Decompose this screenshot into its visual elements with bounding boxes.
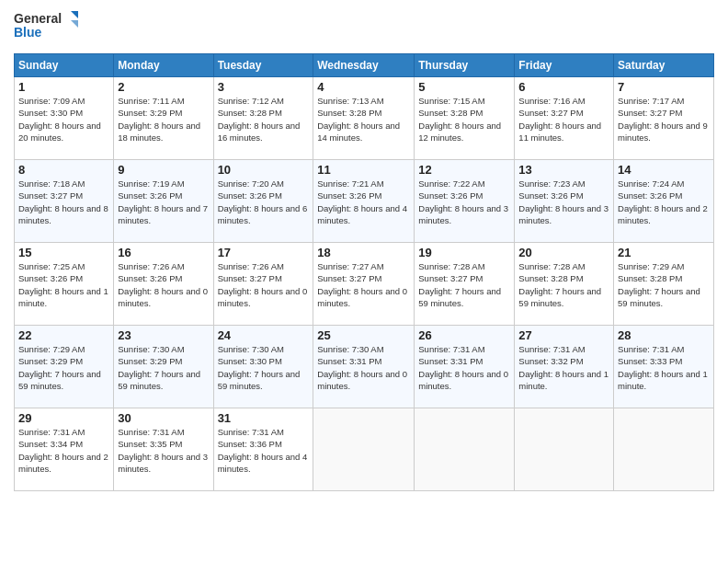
day-info: Sunrise: 7:23 AM Sunset: 3:26 PM Dayligh… (518, 178, 609, 226)
calendar-cell: 2 Sunrise: 7:11 AM Sunset: 3:29 PM Dayli… (114, 77, 213, 160)
weekday-header-friday: Friday (515, 54, 614, 77)
calendar-cell: 28 Sunrise: 7:31 AM Sunset: 3:33 PM Dayl… (614, 326, 714, 408)
day-info: Sunrise: 7:17 AM Sunset: 3:27 PM Dayligh… (618, 95, 710, 144)
day-number: 1 (18, 80, 109, 94)
day-number: 23 (118, 328, 209, 342)
calendar-cell: 19 Sunrise: 7:28 AM Sunset: 3:27 PM Dayl… (415, 243, 515, 326)
calendar-cell: 4 Sunrise: 7:13 AM Sunset: 3:28 PM Dayli… (313, 77, 415, 160)
calendar-cell: 23 Sunrise: 7:30 AM Sunset: 3:29 PM Dayl… (114, 326, 213, 408)
day-number: 10 (218, 163, 310, 177)
calendar-cell: 25 Sunrise: 7:30 AM Sunset: 3:31 PM Dayl… (313, 326, 415, 408)
day-info: Sunrise: 7:31 AM Sunset: 3:36 PM Dayligh… (218, 426, 310, 475)
calendar-table: SundayMondayTuesdayWednesdayThursdayFrid… (14, 53, 714, 491)
logo: General Blue (14, 9, 78, 46)
day-info: Sunrise: 7:28 AM Sunset: 3:28 PM Dayligh… (518, 260, 609, 309)
calendar-cell: 18 Sunrise: 7:27 AM Sunset: 3:27 PM Dayl… (313, 243, 415, 326)
day-number: 7 (618, 80, 710, 94)
day-number: 20 (518, 246, 609, 259)
calendar-cell (313, 408, 415, 491)
day-number: 5 (418, 80, 510, 94)
day-number: 11 (317, 163, 410, 177)
day-info: Sunrise: 7:12 AM Sunset: 3:28 PM Dayligh… (218, 95, 310, 144)
calendar-cell: 24 Sunrise: 7:30 AM Sunset: 3:30 PM Dayl… (213, 326, 313, 408)
calendar-cell: 8 Sunrise: 7:18 AM Sunset: 3:27 PM Dayli… (15, 160, 114, 243)
calendar-header: SundayMondayTuesdayWednesdayThursdayFrid… (15, 54, 714, 77)
calendar-cell: 13 Sunrise: 7:23 AM Sunset: 3:26 PM Dayl… (515, 160, 614, 243)
day-info: Sunrise: 7:22 AM Sunset: 3:26 PM Dayligh… (418, 178, 510, 226)
day-info: Sunrise: 7:31 AM Sunset: 3:32 PM Dayligh… (518, 343, 609, 392)
day-number: 25 (317, 328, 410, 342)
day-number: 30 (118, 411, 209, 425)
day-number: 24 (218, 328, 310, 342)
calendar-cell (515, 408, 614, 491)
day-number: 29 (18, 411, 109, 425)
svg-text:Blue: Blue (14, 25, 42, 40)
calendar-week-4: 22 Sunrise: 7:29 AM Sunset: 3:29 PM Dayl… (15, 326, 714, 408)
day-number: 9 (118, 163, 209, 177)
day-info: Sunrise: 7:26 AM Sunset: 3:27 PM Dayligh… (218, 260, 310, 309)
day-number: 19 (418, 246, 510, 259)
day-info: Sunrise: 7:30 AM Sunset: 3:29 PM Dayligh… (118, 343, 209, 392)
day-number: 26 (418, 328, 510, 342)
day-info: Sunrise: 7:15 AM Sunset: 3:28 PM Dayligh… (418, 95, 510, 144)
calendar-cell: 7 Sunrise: 7:17 AM Sunset: 3:27 PM Dayli… (614, 77, 714, 160)
day-number: 8 (18, 163, 109, 177)
day-number: 13 (518, 163, 609, 177)
calendar-cell: 1 Sunrise: 7:09 AM Sunset: 3:30 PM Dayli… (15, 77, 114, 160)
calendar-cell: 11 Sunrise: 7:21 AM Sunset: 3:26 PM Dayl… (313, 160, 415, 243)
day-info: Sunrise: 7:30 AM Sunset: 3:30 PM Dayligh… (218, 343, 310, 392)
day-info: Sunrise: 7:16 AM Sunset: 3:27 PM Dayligh… (518, 95, 609, 144)
weekday-header-sunday: Sunday (15, 54, 114, 77)
header: General Blue (14, 9, 714, 46)
weekday-row: SundayMondayTuesdayWednesdayThursdayFrid… (15, 54, 714, 77)
day-number: 27 (518, 328, 609, 342)
day-info: Sunrise: 7:13 AM Sunset: 3:28 PM Dayligh… (317, 95, 410, 144)
day-info: Sunrise: 7:31 AM Sunset: 3:33 PM Dayligh… (618, 343, 710, 392)
calendar-cell: 3 Sunrise: 7:12 AM Sunset: 3:28 PM Dayli… (213, 77, 313, 160)
calendar-cell: 6 Sunrise: 7:16 AM Sunset: 3:27 PM Dayli… (515, 77, 614, 160)
day-number: 4 (317, 80, 410, 94)
calendar-cell: 22 Sunrise: 7:29 AM Sunset: 3:29 PM Dayl… (15, 326, 114, 408)
day-number: 12 (418, 163, 510, 177)
calendar-week-2: 8 Sunrise: 7:18 AM Sunset: 3:27 PM Dayli… (15, 160, 714, 243)
calendar-cell: 30 Sunrise: 7:31 AM Sunset: 3:35 PM Dayl… (114, 408, 213, 491)
calendar-week-5: 29 Sunrise: 7:31 AM Sunset: 3:34 PM Dayl… (15, 408, 714, 491)
day-number: 2 (118, 80, 209, 94)
day-number: 31 (218, 411, 310, 425)
day-number: 15 (18, 246, 109, 259)
calendar-cell: 15 Sunrise: 7:25 AM Sunset: 3:26 PM Dayl… (15, 243, 114, 326)
day-info: Sunrise: 7:19 AM Sunset: 3:26 PM Dayligh… (118, 178, 209, 226)
day-info: Sunrise: 7:28 AM Sunset: 3:27 PM Dayligh… (418, 260, 510, 309)
calendar-body: 1 Sunrise: 7:09 AM Sunset: 3:30 PM Dayli… (15, 77, 714, 491)
weekday-header-saturday: Saturday (614, 54, 714, 77)
day-info: Sunrise: 7:29 AM Sunset: 3:28 PM Dayligh… (618, 260, 710, 309)
calendar-cell (415, 408, 515, 491)
calendar-cell: 10 Sunrise: 7:20 AM Sunset: 3:26 PM Dayl… (213, 160, 313, 243)
day-number: 18 (317, 246, 410, 259)
calendar-cell (614, 408, 714, 491)
calendar-cell: 16 Sunrise: 7:26 AM Sunset: 3:26 PM Dayl… (114, 243, 213, 326)
calendar-cell: 5 Sunrise: 7:15 AM Sunset: 3:28 PM Dayli… (415, 77, 515, 160)
svg-marker-3 (71, 20, 78, 28)
weekday-header-monday: Monday (114, 54, 213, 77)
day-info: Sunrise: 7:29 AM Sunset: 3:29 PM Dayligh… (18, 343, 109, 392)
svg-text:General: General (14, 11, 62, 26)
page: General Blue SundayMondayTuesdayWednesda… (0, 0, 728, 563)
day-info: Sunrise: 7:24 AM Sunset: 3:26 PM Dayligh… (618, 178, 710, 226)
day-info: Sunrise: 7:26 AM Sunset: 3:26 PM Dayligh… (118, 260, 209, 309)
day-number: 3 (218, 80, 310, 94)
calendar-cell: 26 Sunrise: 7:31 AM Sunset: 3:31 PM Dayl… (415, 326, 515, 408)
day-info: Sunrise: 7:30 AM Sunset: 3:31 PM Dayligh… (317, 343, 410, 392)
day-info: Sunrise: 7:31 AM Sunset: 3:34 PM Dayligh… (18, 426, 109, 475)
day-info: Sunrise: 7:31 AM Sunset: 3:35 PM Dayligh… (118, 426, 209, 475)
day-number: 14 (618, 163, 710, 177)
calendar-cell: 17 Sunrise: 7:26 AM Sunset: 3:27 PM Dayl… (213, 243, 313, 326)
weekday-header-wednesday: Wednesday (313, 54, 415, 77)
day-info: Sunrise: 7:25 AM Sunset: 3:26 PM Dayligh… (18, 260, 109, 309)
calendar-cell: 21 Sunrise: 7:29 AM Sunset: 3:28 PM Dayl… (614, 243, 714, 326)
day-number: 22 (18, 328, 109, 342)
calendar-week-1: 1 Sunrise: 7:09 AM Sunset: 3:30 PM Dayli… (15, 77, 714, 160)
svg-marker-2 (71, 11, 78, 18)
calendar-cell: 9 Sunrise: 7:19 AM Sunset: 3:26 PM Dayli… (114, 160, 213, 243)
day-info: Sunrise: 7:31 AM Sunset: 3:31 PM Dayligh… (418, 343, 510, 392)
